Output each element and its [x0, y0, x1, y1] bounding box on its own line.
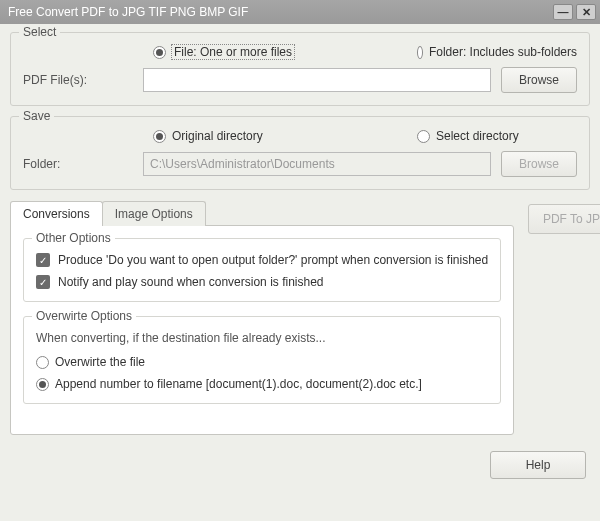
radio-icon [36, 356, 49, 369]
radio-append-label: Append number to filename [document(1).d… [55, 377, 422, 391]
radio-folder-label: Folder: Includes sub-folders [429, 45, 577, 59]
browse-folder-button: Browse [501, 151, 577, 177]
check-produce-label: Produce 'Do you want to open output fold… [58, 253, 488, 267]
tabs-area: Conversions Image Options Other Options … [10, 200, 590, 435]
browse-pdf-button[interactable]: Browse [501, 67, 577, 93]
save-group: Save Original directory Select directory… [10, 116, 590, 190]
radio-select-label: Select directory [436, 129, 519, 143]
radio-file-label: File: One or more files [172, 45, 294, 59]
folder-label: Folder: [23, 157, 143, 171]
footer: Help [10, 435, 590, 479]
radio-icon [36, 378, 49, 391]
radio-icon [153, 130, 166, 143]
help-button[interactable]: Help [490, 451, 586, 479]
tab-panel-conversions: Other Options ✓ Produce 'Do you want to … [10, 225, 514, 435]
pdf-to-jpg-button[interactable]: PDF To JPG [528, 204, 600, 234]
select-group: Select File: One or more files Folder: I… [10, 32, 590, 106]
minimize-button[interactable]: — [553, 4, 573, 20]
radio-icon [153, 46, 166, 59]
radio-overwrite-label: Overwirte the file [55, 355, 145, 369]
overwrite-desc: When converting, if the destination file… [36, 331, 488, 345]
radio-icon [417, 46, 423, 59]
tab-conversions[interactable]: Conversions [10, 201, 103, 226]
check-notify[interactable]: ✓ Notify and play sound when conversion … [36, 275, 488, 289]
overwrite-legend: Overwirte Options [32, 309, 136, 323]
select-legend: Select [19, 25, 60, 39]
radio-folder[interactable]: Folder: Includes sub-folders [417, 45, 577, 59]
radio-original-label: Original directory [172, 129, 263, 143]
other-options-legend: Other Options [32, 231, 115, 245]
checkmark-icon: ✓ [36, 253, 50, 267]
pdf-files-label: PDF File(s): [23, 73, 143, 87]
titlebar: Free Convert PDF to JPG TIF PNG BMP GIF … [0, 0, 600, 24]
window-body: Select File: One or more files Folder: I… [0, 24, 600, 487]
close-button[interactable]: ✕ [576, 4, 596, 20]
folder-input [143, 152, 491, 176]
tab-strip: Conversions Image Options [10, 200, 514, 225]
pdf-files-input[interactable] [143, 68, 491, 92]
radio-icon [417, 130, 430, 143]
other-options-group: Other Options ✓ Produce 'Do you want to … [23, 238, 501, 302]
check-produce-prompt[interactable]: ✓ Produce 'Do you want to open output fo… [36, 253, 488, 267]
checkmark-icon: ✓ [36, 275, 50, 289]
radio-file[interactable]: File: One or more files [153, 45, 294, 59]
radio-overwrite-file[interactable]: Overwirte the file [36, 355, 448, 369]
radio-original-dir[interactable]: Original directory [153, 129, 263, 143]
overwrite-options-group: Overwirte Options When converting, if th… [23, 316, 501, 404]
radio-append-number[interactable]: Append number to filename [document(1).d… [36, 377, 448, 391]
radio-select-dir[interactable]: Select directory [417, 129, 577, 143]
save-legend: Save [19, 109, 54, 123]
window-title: Free Convert PDF to JPG TIF PNG BMP GIF [8, 5, 550, 19]
check-notify-label: Notify and play sound when conversion is… [58, 275, 324, 289]
tab-image-options[interactable]: Image Options [102, 201, 206, 226]
